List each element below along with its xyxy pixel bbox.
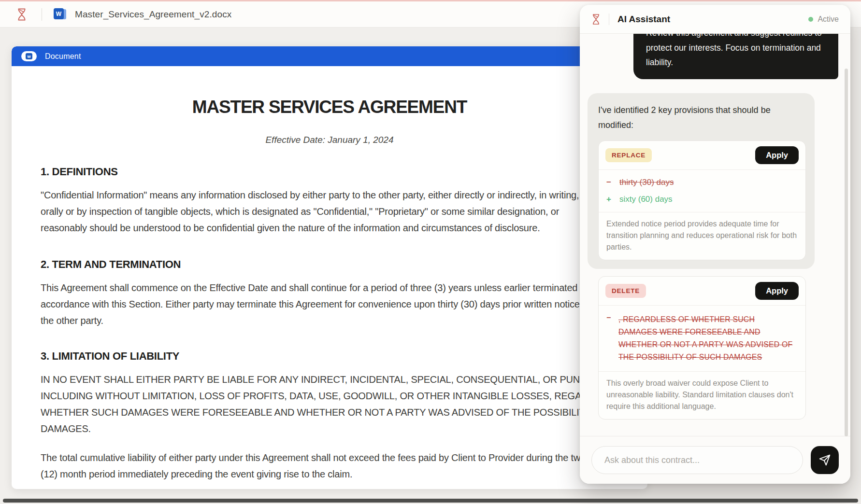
text-line: , REGARDLESS OF WHETHER SUCH <box>618 313 792 326</box>
text-line: DAMAGES. <box>41 420 647 437</box>
chat-scrollbar[interactable] <box>845 69 848 436</box>
text-line: accordance with this Section. Either par… <box>41 296 647 312</box>
suggestion-card-delete: DELETE Apply − , REGARDLESS OF WHETHER S… <box>598 276 806 420</box>
send-button[interactable] <box>811 446 839 474</box>
delete-badge: DELETE <box>605 284 646 298</box>
removed-text-lines: , REGARDLESS OF WHETHER SUCHDAMAGES WERE… <box>618 313 792 364</box>
paper-plane-icon <box>818 454 831 466</box>
assistant-header: AI Assistant Active <box>580 5 850 34</box>
suggestion-card-replace: REPLACE Apply − thirty (30) days + sixty… <box>598 140 806 260</box>
hourglass-logo <box>16 7 27 22</box>
suggestion-card-header: DELETE Apply <box>599 277 805 305</box>
topbar-divider <box>42 8 42 21</box>
suggestion-note: Extended notice period provides adequate… <box>599 212 805 260</box>
diff-zone: − , REGARDLESS OF WHETHER SUCHDAMAGES WE… <box>599 306 805 371</box>
section-paragraph: This Agreement shall commence on the Eff… <box>41 280 647 329</box>
assistant-input-bar <box>580 436 850 484</box>
text-line: THE POSSIBILITY OF SUCH DAMAGES <box>618 351 792 364</box>
added-text: sixty (60) days <box>619 195 673 204</box>
text-line: This Agreement shall commence on the Eff… <box>41 280 647 296</box>
diff-zone: − thirty (30) days + sixty (60) days <box>599 170 805 212</box>
text-line: "Confidential Information" means any inf… <box>41 187 647 203</box>
document-header-label: Document <box>45 52 81 61</box>
minus-icon: − <box>606 178 612 187</box>
status-label: Active <box>818 15 839 24</box>
active-dot <box>808 17 813 22</box>
document-title: MASTER SERVICES AGREEMENT <box>41 97 647 119</box>
word-file-icon: W <box>54 8 66 20</box>
text-line: the other party. <box>41 312 647 329</box>
assistant-intro-text: I've identified 2 key provisions that sh… <box>598 103 806 133</box>
apply-replace-button[interactable]: Apply <box>755 146 799 164</box>
text-line: orally or by inspection of tangible obje… <box>41 203 647 220</box>
plus-icon: + <box>606 195 612 204</box>
document-filename-tab[interactable]: Master_Services_Agreement_v2.docx <box>75 9 231 20</box>
removed-text: thirty (30) days <box>619 178 674 187</box>
document-viewer: w Document MASTER SERVICES AGREEMENT Eff… <box>12 46 647 489</box>
text-line: INCLUDING WITHOUT LIMITATION, LOSS OF PR… <box>41 388 647 404</box>
text-line: (12) month period immediately preceding … <box>41 466 647 482</box>
text-line: IN NO EVENT SHALL EITHER PARTY BE LIABLE… <box>41 371 647 388</box>
document-icon: w <box>21 51 37 61</box>
suggestion-card-header: REPLACE Apply <box>599 141 805 169</box>
replace-badge: REPLACE <box>605 148 652 162</box>
document-effective-date: Effective Date: January 1, 2024 <box>41 135 647 146</box>
section-paragraph: IN NO EVENT SHALL EITHER PARTY BE LIABLE… <box>41 371 647 437</box>
suggestion-note: This overly broad waiver could expose Cl… <box>599 372 805 419</box>
text-line: WHETHER OR NOT A PARTY WAS ADVISED OF <box>618 338 792 351</box>
section-heading-limitation-liability: 3. LIMITATION OF LIABILITY <box>41 350 647 364</box>
section-paragraph: The total cumulative liability of either… <box>41 449 647 482</box>
text-line: WHETHER SUCH DAMAGES WERE FORESEEABLE AN… <box>41 404 647 420</box>
assistant-message-bubble: I've identified 2 key provisions that sh… <box>588 93 815 269</box>
section-heading-definitions: 1. DEFINITIONS <box>41 166 647 179</box>
minus-icon: − <box>606 313 612 364</box>
horizontal-scrollbar[interactable] <box>3 499 858 503</box>
assistant-title: AI Assistant <box>617 14 808 25</box>
text-line: reasonably should be understood to be co… <box>41 220 647 236</box>
header-divider <box>609 14 609 25</box>
section-paragraph: "Confidential Information" means any inf… <box>41 187 647 236</box>
diff-removed-row: − thirty (30) days <box>606 178 798 187</box>
apply-delete-button[interactable]: Apply <box>755 282 799 300</box>
diff-removed-block: − , REGARDLESS OF WHETHER SUCHDAMAGES WE… <box>606 313 798 364</box>
document-viewer-header: w Document <box>12 46 647 66</box>
diff-added-row: + sixty (60) days <box>606 195 798 204</box>
section-heading-term-termination: 2. TERM AND TERMINATION <box>41 258 647 272</box>
document-body: MASTER SERVICES AGREEMENT Effective Date… <box>12 97 647 482</box>
text-line: DAMAGES WERE FORESEEABLE AND <box>618 326 792 338</box>
text-line: The total cumulative liability of either… <box>41 449 647 466</box>
ai-assistant-panel: Review this agreement and suggest redlin… <box>580 5 850 484</box>
chat-input[interactable] <box>591 446 803 474</box>
hourglass-logo <box>591 13 601 26</box>
